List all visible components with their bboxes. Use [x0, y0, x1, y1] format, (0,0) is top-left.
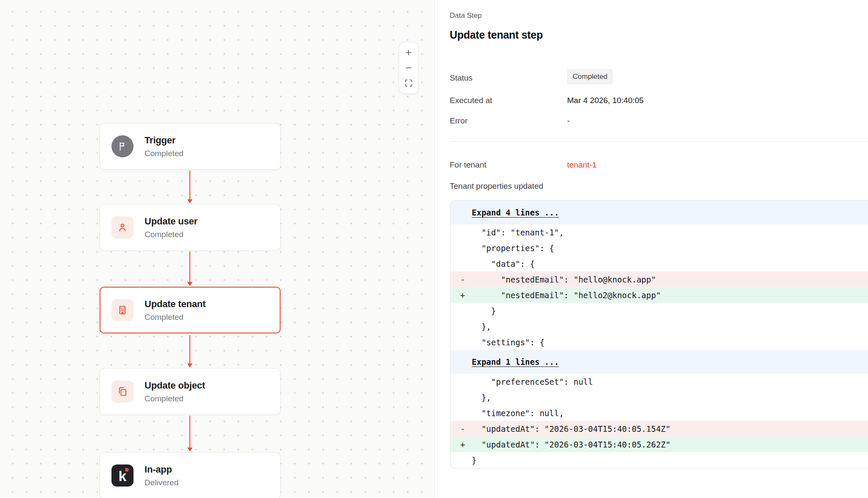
diff-sign: [451, 408, 472, 418]
diff-sign: -: [451, 424, 472, 434]
section-divider: [450, 141, 868, 142]
diff-expand-row: Expand 1 lines ...: [451, 350, 868, 374]
arrowhead-icon: [187, 199, 192, 203]
diff-line-ctx: },: [451, 389, 868, 405]
diff-sign: +: [451, 291, 472, 300]
diff-code-text: }: [472, 456, 476, 465]
diff-code-text: "timezone": null,: [472, 408, 564, 418]
diff-code-text: "data": {: [472, 259, 535, 269]
diff-code-text: },: [472, 322, 491, 331]
diff-line-ctx: "preferenceSet": null: [451, 374, 868, 389]
diff-code-text: "id": "tenant-1",: [472, 228, 564, 237]
diff-sign: [451, 228, 472, 237]
diff-sign: [451, 322, 472, 331]
diff-code-text: "nestedEmail": "hello2@knock.app": [472, 291, 661, 300]
diff-sign: [451, 243, 472, 253]
workflow-node-update-user[interactable]: Update userCompleted: [100, 204, 281, 251]
status-badge: Completed: [567, 69, 613, 84]
building-icon: [111, 299, 134, 321]
expand-lines-link[interactable]: Expand 4 lines ...: [472, 208, 559, 217]
knock-red-dot: [125, 468, 129, 472]
step-title: Update tenant step: [450, 29, 543, 41]
user-icon: [111, 216, 134, 238]
diff-code-text: "preferenceSet": null: [472, 377, 593, 386]
workflow-node-update-tenant[interactable]: Update tenantCompleted: [100, 287, 281, 333]
diff-sign: [451, 377, 472, 386]
diff-line-add: + "nestedEmail": "hello2@knock.app": [451, 287, 868, 303]
error-value: -: [567, 116, 570, 126]
diff-code-text: }: [472, 306, 496, 316]
diff-line-ctx: "id": "tenant-1",: [451, 224, 868, 240]
step-type-label: Data Step: [450, 11, 482, 20]
node-title: In-app: [145, 464, 178, 475]
copy-icon: [111, 380, 134, 403]
arrowhead-icon: [187, 448, 192, 451]
workflow-node-trigger[interactable]: TriggerCompleted: [100, 123, 281, 170]
diff-code-text: },: [472, 393, 491, 402]
workflow-node-update-object[interactable]: Update objectCompleted: [100, 368, 281, 415]
diff-viewer: Expand 4 lines ... "id": "tenant-1", "pr…: [450, 200, 868, 468]
diff-code-text: "updatedAt": "2026-03-04T15:40:05.262Z": [472, 440, 670, 449]
diff-code-text: "settings": {: [472, 338, 545, 347]
diff-sign: -: [451, 275, 472, 284]
diff-line-ctx: },: [451, 319, 868, 334]
diff-sign: [451, 393, 472, 402]
status-label: Status: [450, 73, 473, 83]
arrowhead-icon: [187, 364, 192, 367]
diff-line-ctx: "settings": {: [451, 334, 868, 350]
node-title: Update object: [145, 380, 205, 391]
workflow-canvas[interactable]: TriggerCompleted Update userCompleted Up…: [0, 0, 434, 498]
executed-at-label: Executed at: [450, 96, 492, 105]
node-title: Trigger: [145, 135, 184, 146]
executed-at-value: Mar 4 2026, 10:40:05: [567, 96, 644, 105]
node-title: Update user: [145, 216, 198, 227]
node-title: Update tenant: [145, 299, 206, 310]
diff-line-ctx: "timezone": null,: [451, 405, 868, 421]
zoom-in-button[interactable]: [402, 46, 415, 59]
minus-icon: [404, 64, 413, 72]
edge-arrow: [187, 335, 193, 367]
tenant-link[interactable]: tenant-1: [567, 160, 597, 170]
flag-icon: [111, 135, 134, 157]
diff-sign: [451, 338, 472, 347]
diff-code-text: "properties": {: [472, 243, 554, 253]
fit-view-icon: [404, 79, 413, 87]
node-status: Completed: [145, 313, 206, 322]
error-label: Error: [450, 116, 467, 126]
diff-sign: [451, 259, 472, 269]
diff-line-ctx: }: [451, 452, 868, 468]
edge-arrow: [187, 252, 193, 286]
step-detail-panel: Data Step Update tenant step Status Comp…: [434, 0, 868, 498]
diff-line-del: - "updatedAt": "2026-03-04T15:40:05.154Z…: [451, 421, 868, 436]
diff-line-add: + "updatedAt": "2026-03-04T15:40:05.262Z…: [451, 436, 868, 452]
node-status: Completed: [145, 230, 198, 239]
diff-sign: [451, 306, 472, 316]
diff-line-ctx: "data": {: [451, 256, 868, 271]
diff-sign: +: [451, 440, 472, 449]
edge-arrow: [187, 416, 193, 451]
fit-view-button[interactable]: [402, 77, 415, 90]
zoom-out-button[interactable]: [402, 62, 415, 74]
node-status: Completed: [145, 394, 205, 403]
workflow-node-in-app[interactable]: k In-appDelivered: [100, 452, 281, 498]
node-status: Delivered: [145, 478, 178, 487]
plus-icon: [404, 48, 413, 57]
node-status: Completed: [145, 149, 184, 158]
edge-arrow: [187, 171, 193, 203]
knock-icon: k: [111, 464, 134, 487]
canvas-zoom-controls: [399, 42, 418, 93]
diff-expand-row: Expand 4 lines ...: [451, 201, 868, 224]
diff-code-text: "updatedAt": "2026-03-04T15:40:05.154Z": [472, 424, 670, 434]
expand-lines-link[interactable]: Expand 1 lines ...: [472, 357, 559, 367]
diff-line-ctx: "properties": {: [451, 240, 868, 256]
diff-sign: [451, 456, 472, 465]
diff-section-title: Tenant properties updated: [450, 182, 543, 191]
arrowhead-icon: [187, 282, 192, 286]
for-tenant-label: For tenant: [450, 160, 487, 170]
diff-code-text: "nestedEmail": "hello@knock.app": [472, 275, 656, 284]
diff-line-ctx: }: [451, 303, 868, 319]
diff-line-del: - "nestedEmail": "hello@knock.app": [451, 271, 868, 287]
